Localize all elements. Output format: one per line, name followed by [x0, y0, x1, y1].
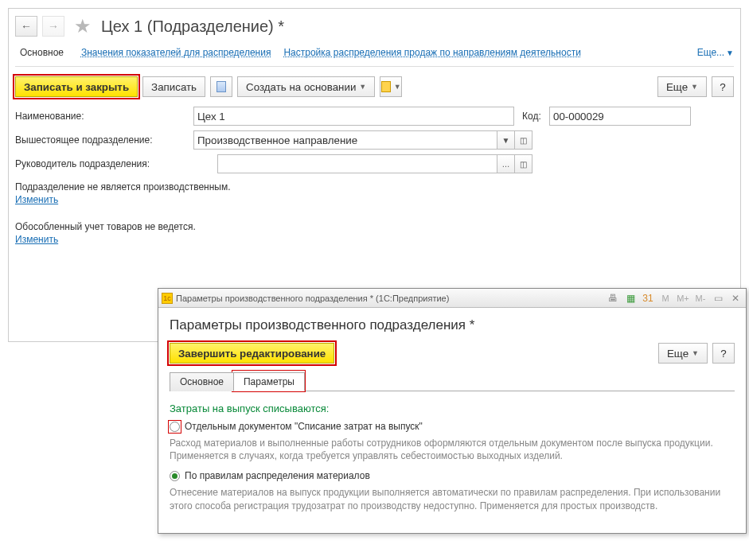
- popup-tab-params[interactable]: Параметры: [233, 372, 305, 391]
- tabs-more-label: Еще...: [697, 47, 724, 58]
- help-button[interactable]: ?: [712, 76, 734, 97]
- calendar-icon[interactable]: 31: [641, 291, 655, 305]
- m-icon[interactable]: M: [658, 291, 673, 305]
- chevron-down-icon: ▼: [726, 49, 734, 57]
- tabs-more[interactable]: Еще...▼: [697, 47, 734, 58]
- manager-input[interactable]: [217, 154, 497, 173]
- popup-tab-main[interactable]: Основное: [170, 372, 234, 391]
- code-label: Код:: [522, 111, 544, 122]
- parent-label: Вышестоящее подразделение:: [15, 134, 189, 146]
- finish-editing-button[interactable]: Завершить редактирование: [170, 343, 334, 364]
- manager-open-button[interactable]: ◫: [515, 154, 532, 173]
- save-button[interactable]: Записать: [142, 76, 205, 97]
- close-icon[interactable]: ✕: [728, 291, 743, 305]
- popup-window: 1c Параметры производственного подраздел…: [158, 288, 747, 534]
- section-heading: Затраты на выпуск списываются:: [170, 402, 735, 414]
- change-link-2[interactable]: Изменить: [15, 234, 58, 245]
- radio-separate-document-label: Отдельным документом "Списание затрат на…: [185, 421, 423, 432]
- manager-label: Руководитель подразделения:: [15, 158, 213, 169]
- create-based-label: Создать на основании: [246, 81, 356, 93]
- code-input[interactable]: [549, 107, 691, 126]
- tab-main[interactable]: Основное: [15, 44, 68, 61]
- more-button[interactable]: Еще ▼: [657, 76, 707, 97]
- app-logo-icon: 1c: [162, 293, 173, 304]
- popup-more-label: Еще: [667, 348, 689, 360]
- database-icon: [381, 81, 391, 92]
- parent-dropdown-button[interactable]: ▼: [497, 130, 515, 150]
- popup-help-button[interactable]: ?: [712, 343, 735, 364]
- tab-sales-distribution[interactable]: Настройка распределения продаж по направ…: [283, 47, 580, 58]
- tab-indicator-values[interactable]: Значения показателей для распределения: [81, 47, 271, 58]
- print-icon[interactable]: 🖶: [606, 291, 620, 305]
- back-button[interactable]: ←: [15, 16, 37, 37]
- report-button[interactable]: [210, 76, 232, 97]
- more-label: Еще: [666, 81, 688, 93]
- m-plus-icon[interactable]: M+: [676, 291, 690, 305]
- radio-distribution-rules[interactable]: [170, 471, 180, 481]
- info-no-separate-accounting: Обособленный учет товаров не ведется.: [15, 221, 734, 232]
- parent-input[interactable]: [193, 130, 497, 150]
- popup-more-button[interactable]: Еще ▼: [658, 343, 708, 364]
- manager-ellipsis-button[interactable]: …: [497, 154, 515, 173]
- change-link-1[interactable]: Изменить: [15, 194, 58, 205]
- chevron-down-icon: ▼: [692, 349, 699, 357]
- name-label: Наименование:: [15, 111, 189, 122]
- radio-separate-document[interactable]: [170, 422, 180, 432]
- popup-titlebar[interactable]: 1c Параметры производственного подраздел…: [158, 289, 746, 308]
- chevron-down-icon: ▼: [691, 83, 698, 91]
- favorite-star-icon[interactable]: ★: [74, 15, 92, 37]
- chevron-down-icon: ▼: [394, 83, 401, 91]
- popup-heading: Параметры производственного подразделени…: [170, 317, 735, 333]
- document-icon: [217, 81, 226, 92]
- desc-separate-document: Расход материалов и выполненные работы с…: [170, 437, 735, 462]
- radio-distribution-rules-label: По правилам распределения материалов: [185, 470, 370, 481]
- parent-open-button[interactable]: ◫: [515, 130, 532, 150]
- save-and-close-button[interactable]: Записать и закрыть: [15, 76, 138, 97]
- page-title: Цех 1 (Подразделение) *: [101, 18, 284, 36]
- create-based-button[interactable]: Создать на основании ▼: [237, 76, 375, 97]
- minimize-icon[interactable]: ▭: [711, 291, 725, 305]
- info-not-production: Подразделение не является производственн…: [15, 181, 734, 192]
- attachments-button[interactable]: ▼: [380, 76, 402, 97]
- forward-button[interactable]: →: [42, 16, 64, 37]
- m-minus-icon[interactable]: M-: [693, 291, 708, 305]
- grid-icon[interactable]: ▦: [623, 291, 638, 305]
- popup-window-title: Параметры производственного подразделени…: [176, 294, 449, 303]
- desc-distribution-rules: Отнесение материалов на выпуск продукции…: [170, 486, 735, 511]
- chevron-down-icon: ▼: [359, 83, 366, 91]
- name-input[interactable]: [193, 107, 514, 126]
